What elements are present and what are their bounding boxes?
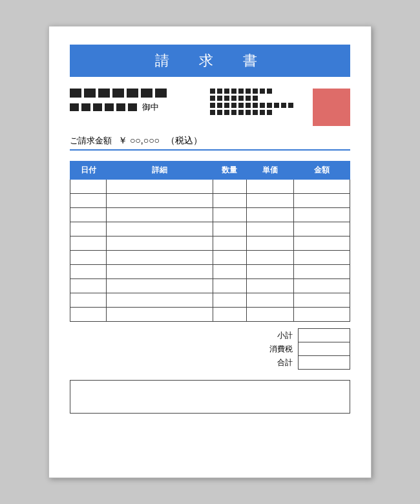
info-dot	[238, 103, 244, 108]
invoice-table: 日付 詳細 数量 単価 金額	[70, 161, 350, 322]
info-dot	[267, 110, 272, 115]
info-line-2	[210, 96, 293, 101]
total-label: 合計	[224, 356, 299, 370]
info-dot	[224, 96, 229, 101]
redacted-block	[93, 103, 102, 111]
stamp-placeholder	[313, 89, 350, 126]
info-dot	[253, 110, 258, 115]
table-row	[70, 236, 350, 251]
redacted-block	[70, 103, 79, 111]
info-dot	[238, 110, 244, 115]
client-name-line1	[70, 89, 210, 98]
info-dot	[267, 89, 272, 94]
info-dot	[210, 110, 215, 115]
billing-amount-row: ご請求金額 ￥ ○○,○○○ （税込）	[70, 135, 350, 151]
info-dot	[260, 110, 265, 115]
redacted-block	[116, 103, 125, 111]
notes-box[interactable]	[70, 380, 350, 414]
redacted-block	[112, 89, 124, 98]
header-section: 御中	[70, 89, 350, 126]
info-dot	[238, 96, 244, 101]
total-row: 合計	[224, 356, 350, 370]
info-dot	[217, 110, 222, 115]
sender-block	[210, 89, 350, 126]
summary-section: 小計 消費税 合計	[70, 328, 350, 370]
subtotal-label: 小計	[224, 329, 299, 342]
summary-table: 小計 消費税 合計	[224, 328, 350, 370]
info-dot	[210, 96, 215, 101]
total-value	[299, 356, 350, 370]
info-dot	[238, 89, 244, 94]
info-dot	[288, 103, 293, 108]
billing-label: ご請求金額	[70, 135, 112, 147]
tax-label: 消費税	[224, 342, 299, 356]
client-block: 御中	[70, 89, 210, 117]
redacted-block	[105, 103, 114, 111]
invoice-document: 請 求 書 御中	[48, 26, 372, 478]
info-dot	[246, 110, 251, 115]
redacted-block	[127, 89, 138, 98]
info-dot	[260, 89, 265, 94]
col-header-qty: 数量	[213, 162, 246, 180]
col-header-price: 単価	[246, 162, 294, 180]
tax-value	[299, 342, 350, 356]
info-dot	[246, 89, 251, 94]
table-row	[70, 208, 350, 222]
info-dot	[224, 89, 229, 94]
info-line-1	[210, 89, 293, 94]
subtotal-value	[299, 329, 350, 342]
info-dot	[267, 103, 272, 108]
subtotal-row: 小計	[224, 329, 350, 342]
redacted-block	[128, 103, 137, 111]
info-dot	[246, 96, 251, 101]
info-line-4	[210, 110, 293, 115]
table-row	[70, 194, 350, 208]
table-row	[70, 308, 350, 322]
sender-info-lines	[210, 89, 293, 115]
col-header-detail: 詳細	[107, 162, 213, 180]
client-name-line2: 御中	[70, 101, 210, 113]
tax-row: 消費税	[224, 342, 350, 356]
table-row	[70, 265, 350, 279]
info-dot	[231, 96, 236, 101]
info-dot	[210, 103, 215, 108]
info-dot	[246, 103, 251, 108]
info-dot	[260, 103, 265, 108]
redacted-block	[81, 103, 90, 111]
redacted-block	[98, 89, 110, 98]
table-row	[70, 180, 350, 194]
info-dot	[217, 89, 222, 94]
redacted-block	[84, 89, 96, 98]
info-dot	[253, 89, 258, 94]
info-dot	[224, 103, 229, 108]
info-dot	[231, 103, 236, 108]
info-line-3	[210, 103, 293, 108]
redacted-block	[141, 89, 152, 98]
info-dot	[217, 96, 222, 101]
info-dot	[253, 96, 258, 101]
info-dot	[253, 103, 258, 108]
table-row	[70, 222, 350, 236]
col-header-amount: 金額	[294, 162, 350, 180]
table-row	[70, 279, 350, 293]
info-dot	[210, 89, 215, 94]
info-dot	[281, 103, 286, 108]
info-dot	[224, 110, 229, 115]
col-header-date: 日付	[70, 162, 107, 180]
table-row	[70, 251, 350, 265]
info-dot	[274, 103, 279, 108]
redacted-block	[155, 89, 167, 98]
info-dot	[231, 110, 236, 115]
redacted-block	[70, 89, 81, 98]
table-row	[70, 293, 350, 308]
info-dot	[217, 103, 222, 108]
billing-tax: （税込）	[166, 135, 202, 147]
billing-amount: ￥ ○○,○○○	[118, 135, 160, 147]
onchu-label: 御中	[142, 101, 159, 113]
document-title: 請 求 書	[70, 45, 350, 77]
info-dot	[231, 89, 236, 94]
